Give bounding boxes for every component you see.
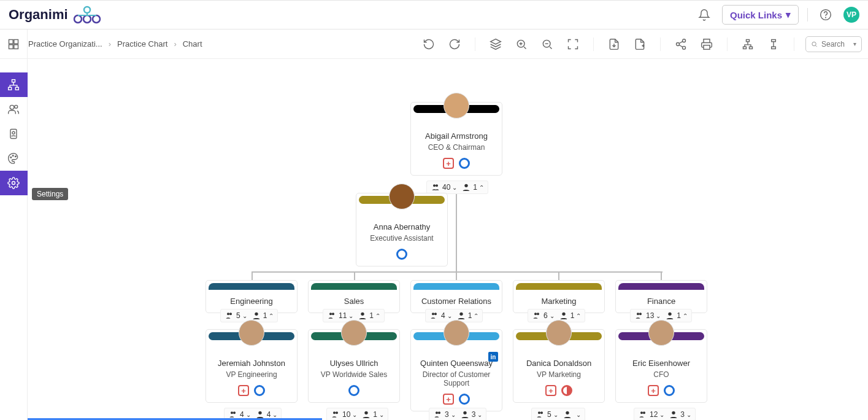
breadcrumb: Practice Organizati... › Practice Chart … bbox=[28, 39, 202, 49]
svg-rect-20 bbox=[9, 40, 13, 44]
svg-point-2 bbox=[83, 15, 91, 23]
svg-rect-22 bbox=[9, 45, 13, 49]
app-logo[interactable]: Organimi bbox=[9, 6, 102, 24]
svg-rect-21 bbox=[14, 40, 18, 44]
user-avatar[interactable]: VP bbox=[843, 7, 859, 23]
svg-rect-16 bbox=[750, 47, 753, 49]
notifications-icon[interactable] bbox=[695, 6, 713, 24]
fullscreen-icon[interactable] bbox=[564, 35, 582, 53]
collapse-all-icon[interactable] bbox=[764, 35, 783, 53]
undo-icon[interactable] bbox=[420, 35, 438, 53]
logo-icon bbox=[72, 6, 102, 24]
svg-point-12 bbox=[683, 46, 686, 49]
search-input[interactable]: ▾ bbox=[805, 36, 862, 52]
divider bbox=[807, 8, 808, 21]
svg-point-10 bbox=[683, 39, 686, 42]
share-icon[interactable] bbox=[672, 35, 690, 53]
layers-icon[interactable] bbox=[486, 35, 505, 53]
redo-icon[interactable] bbox=[445, 35, 464, 53]
svg-point-3 bbox=[93, 15, 100, 23]
svg-rect-14 bbox=[747, 39, 750, 41]
chevron-right-icon: › bbox=[109, 39, 111, 49]
svg-rect-15 bbox=[743, 47, 747, 49]
chevron-down-icon: ▾ bbox=[786, 9, 791, 20]
breadcrumb-item[interactable]: Practice Organizati... bbox=[28, 39, 102, 49]
quick-links-label: Quick Links bbox=[730, 10, 782, 20]
svg-point-19 bbox=[812, 42, 816, 45]
chevron-down-icon[interactable]: ▾ bbox=[853, 41, 856, 47]
breadcrumb-item[interactable]: Practice Chart bbox=[117, 39, 167, 49]
search-icon bbox=[811, 39, 818, 49]
app-name: Organimi bbox=[9, 7, 68, 23]
svg-point-0 bbox=[84, 7, 90, 13]
svg-point-1 bbox=[74, 15, 82, 23]
export-icon[interactable] bbox=[631, 35, 649, 53]
help-icon[interactable] bbox=[816, 6, 835, 24]
zoom-in-icon[interactable] bbox=[512, 35, 531, 53]
rail-grid-icon[interactable] bbox=[0, 32, 28, 56]
import-icon[interactable] bbox=[605, 35, 623, 53]
zoom-out-icon[interactable] bbox=[538, 35, 556, 53]
svg-rect-17 bbox=[772, 39, 776, 41]
search-field[interactable] bbox=[821, 40, 850, 49]
chevron-right-icon: › bbox=[174, 39, 176, 49]
svg-point-7 bbox=[826, 17, 826, 18]
quick-links-button[interactable]: Quick Links ▾ bbox=[722, 5, 799, 25]
svg-rect-23 bbox=[14, 45, 18, 49]
svg-rect-18 bbox=[772, 47, 776, 49]
svg-rect-13 bbox=[704, 45, 710, 49]
breadcrumb-item[interactable]: Chart bbox=[183, 39, 202, 49]
svg-point-11 bbox=[677, 42, 680, 45]
fit-width-icon[interactable] bbox=[739, 35, 757, 53]
print-icon[interactable] bbox=[697, 35, 716, 53]
